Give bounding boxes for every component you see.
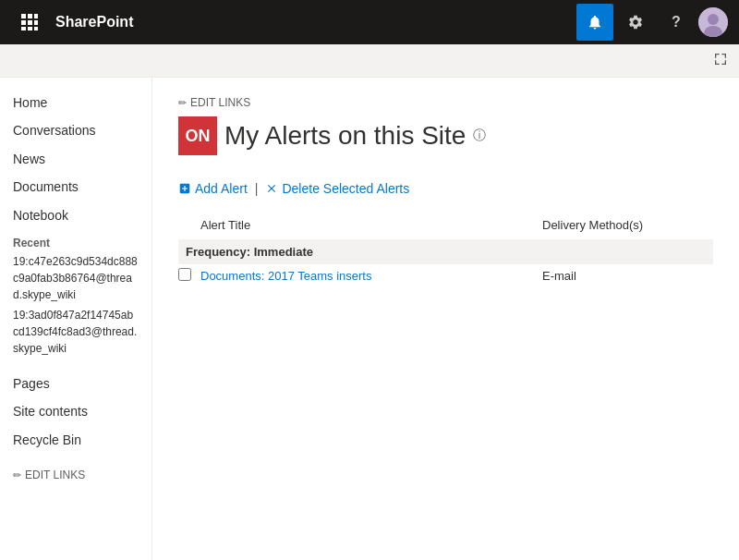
svg-rect-7 [28,27,32,30]
svg-rect-8 [34,27,38,30]
user-avatar[interactable] [698,7,728,37]
alert-title-cell: Documents: 2017 Teams inserts [200,264,542,287]
svg-rect-1 [28,14,32,18]
sidebar-item-news[interactable]: News [0,145,151,173]
sidebar-item-recycle-bin[interactable]: Recycle Bin [0,426,151,454]
frequency-row: Frequency: Immediate [178,239,713,264]
expand-icon[interactable] [713,52,728,70]
edit-links-top[interactable]: ✏ EDIT LINKS [178,96,713,109]
col-delivery-method: Delivery Method(s) [542,214,713,239]
svg-rect-2 [34,14,38,18]
table-row: Documents: 2017 Teams inserts E-mail [178,264,713,287]
sidebar-item-conversations[interactable]: Conversations [0,116,151,144]
gear-icon-btn[interactable] [617,4,654,41]
waffle-icon-btn[interactable] [11,4,48,41]
alert-title-link[interactable]: Documents: 2017 Teams inserts [200,269,371,283]
svg-rect-6 [21,27,26,30]
sidebar-item-notebook[interactable]: Notebook [0,201,151,229]
toolbar: Add Alert | Delete Selected Alerts [178,177,713,200]
row-checkbox-cell[interactable] [178,264,200,287]
add-alert-button[interactable]: Add Alert [178,177,248,200]
sub-navigation [0,44,739,78]
main-content: ✏ EDIT LINKS ON My Alerts on this Site ⓘ… [152,78,739,560]
pencil-icon-top: ✏ [178,97,187,109]
sidebar: Home Conversations News Documents Notebo… [0,78,152,560]
recent-item-1[interactable]: 19:3ad0f847a2f14745abcd139cf4fc8ad3@thre… [0,305,151,359]
delete-alerts-button[interactable]: Delete Selected Alerts [265,177,409,200]
top-nav-left: SharePoint [11,4,133,41]
page-title: My Alerts on this Site [224,121,466,151]
info-icon[interactable]: ⓘ [473,128,486,144]
svg-point-10 [708,14,719,25]
bell-icon-btn[interactable] [576,4,613,41]
col-checkbox [178,214,200,239]
help-icon-btn[interactable]: ? [658,4,695,41]
sidebar-item-pages[interactable]: Pages [0,370,151,397]
help-icon: ? [672,14,681,30]
pencil-icon: ✏ [13,469,21,481]
recent-section-label: Recent [0,229,151,251]
sidebar-item-home[interactable]: Home [0,89,151,116]
top-navigation: SharePoint ? [0,0,739,44]
svg-rect-4 [28,20,32,25]
col-alert-title: Alert Title [200,214,542,239]
table-header-row: Alert Title Delivery Method(s) [178,214,713,239]
alert-checkbox[interactable] [178,268,191,281]
sidebar-item-documents[interactable]: Documents [0,173,151,201]
sidebar-edit-links[interactable]: ✏ EDIT LINKS [0,465,151,485]
sidebar-item-site-contents[interactable]: Site contents [0,397,151,425]
alerts-table: Alert Title Delivery Method(s) Frequency… [178,214,713,287]
page-title-row: ON My Alerts on this Site ⓘ [178,116,713,155]
top-nav-right: ? [576,4,728,41]
alert-delivery-cell: E-mail [542,264,713,287]
toolbar-separator: | [255,181,259,196]
brand-label: SharePoint [55,14,133,30]
svg-rect-5 [34,20,38,25]
recent-item-0[interactable]: 19:c47e263c9d534dc888c9a0fab3b86764@thre… [0,251,151,305]
site-logo: ON [178,116,217,155]
svg-rect-0 [21,14,26,18]
frequency-label: Frequency: Immediate [186,245,313,259]
main-layout: Home Conversations News Documents Notebo… [0,78,739,560]
svg-rect-3 [21,20,26,25]
